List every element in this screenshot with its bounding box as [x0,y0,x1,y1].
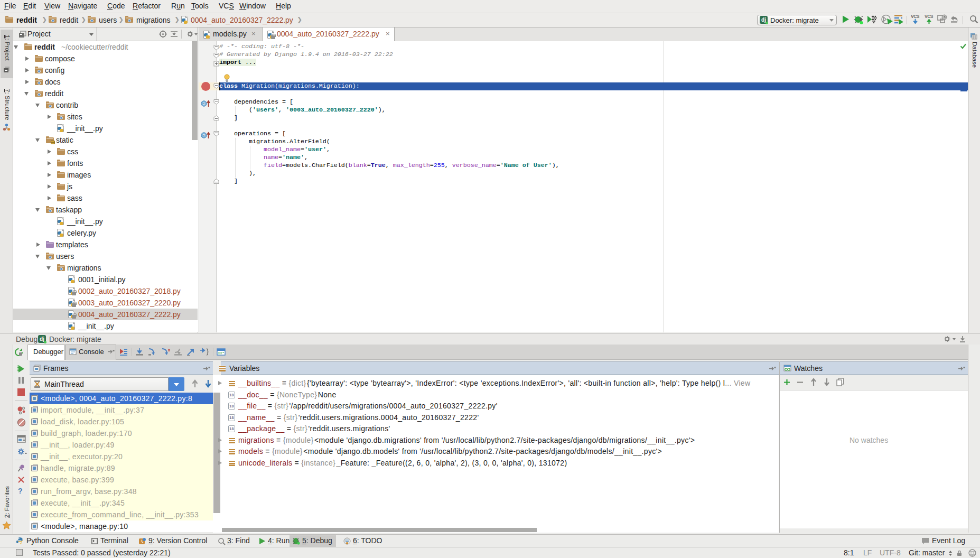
svg-text:VCS: VCS [925,14,934,19]
svg-text:VCS: VCS [911,14,920,19]
